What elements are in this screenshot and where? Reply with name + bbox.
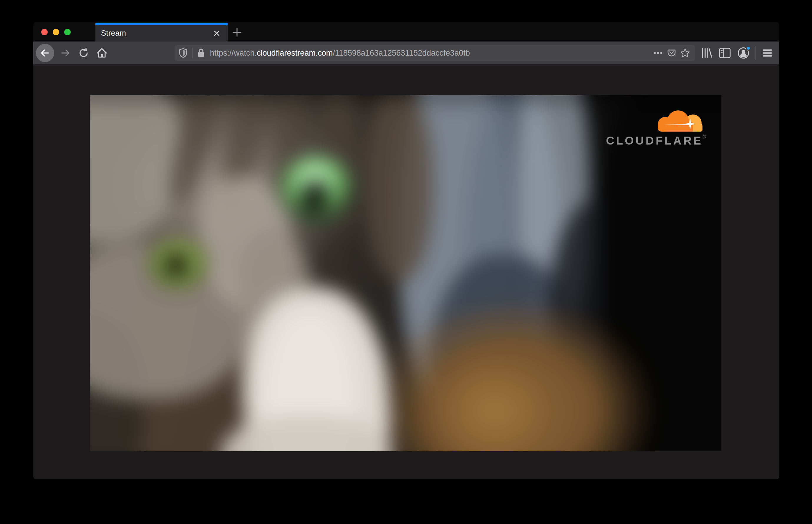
url-text[interactable]: https://watch.cloudflarestream.com/11859… <box>210 49 470 58</box>
library-icon <box>700 47 712 59</box>
https-lock-icon[interactable] <box>197 48 205 58</box>
window-close-button[interactable] <box>41 29 48 35</box>
home-button[interactable] <box>95 46 109 60</box>
menu-hamburger-icon <box>762 49 773 57</box>
app-menu-button[interactable] <box>761 46 775 60</box>
url-path: /118598a163a125631152ddaccfe3a0fb <box>333 49 470 58</box>
page-actions-button[interactable] <box>651 46 665 60</box>
close-icon <box>213 30 221 37</box>
url-scheme-host: https://watch. <box>210 49 257 58</box>
video-player[interactable]: CLOUDFLARE® <box>90 95 721 451</box>
tab-stream[interactable]: Stream <box>95 23 228 42</box>
urlbar-divider <box>192 48 193 58</box>
bookmark-button[interactable] <box>678 46 692 60</box>
sidebar-toggle-button[interactable] <box>718 46 732 60</box>
bookmark-star-icon <box>680 48 690 58</box>
wordmark-text: CLOUDFLARE <box>606 134 703 147</box>
tab-title: Stream <box>101 29 212 38</box>
navigation-toolbar: https://watch.cloudflarestream.com/11859… <box>33 42 779 65</box>
new-tab-button[interactable] <box>228 23 246 42</box>
toolbar-separator <box>756 46 756 60</box>
forward-arrow-icon <box>60 48 71 58</box>
cloudflare-wordmark: CLOUDFLARE® <box>606 134 706 147</box>
url-bar[interactable]: https://watch.cloudflarestream.com/11859… <box>175 45 695 61</box>
account-notification-dot <box>746 46 751 51</box>
page-content: CLOUDFLARE® <box>33 65 779 479</box>
plus-icon <box>232 27 242 37</box>
tab-bar: Stream <box>33 22 779 42</box>
url-domain: cloudflarestream.com <box>257 49 333 58</box>
tab-close-button[interactable] <box>212 28 222 38</box>
back-button[interactable] <box>36 44 54 62</box>
forward-button[interactable] <box>58 46 72 60</box>
traffic-lights <box>41 29 71 35</box>
account-button[interactable] <box>736 46 750 60</box>
cloudflare-cloud-icon <box>656 110 704 132</box>
save-to-pocket-button[interactable] <box>665 46 678 60</box>
blurred-cat-video-frame <box>90 95 721 451</box>
back-arrow-icon <box>40 48 50 58</box>
cloudflare-logo: CLOUDFLARE® <box>606 110 706 147</box>
page-actions-ellipsis-icon <box>654 52 663 54</box>
tracking-protection-shield-icon[interactable] <box>179 48 188 58</box>
library-button[interactable] <box>699 46 713 60</box>
browser-window: Stream <box>33 22 779 479</box>
home-icon <box>96 47 108 59</box>
window-minimize-button[interactable] <box>53 29 59 35</box>
sidebar-icon <box>719 47 731 59</box>
reload-icon <box>78 47 89 59</box>
trademark-mark: ® <box>703 134 706 139</box>
window-zoom-button[interactable] <box>64 29 71 35</box>
reload-button[interactable] <box>77 46 91 60</box>
pocket-icon <box>667 48 676 58</box>
